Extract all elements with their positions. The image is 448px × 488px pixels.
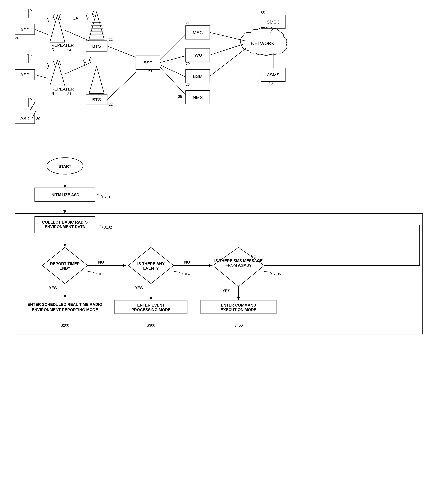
yes3-label: YES: [223, 289, 230, 293]
repeater1-ref: 24: [67, 48, 71, 52]
yes2-label: YES: [135, 286, 143, 290]
yes1-label: YES: [49, 286, 57, 290]
s300-label-1: ENTER EVENT: [137, 303, 165, 307]
bsc-ref: 23: [148, 69, 152, 73]
svg-line-39: [107, 72, 136, 100]
svg-line-1: [26, 9, 28, 11]
diagram-container: ASD 30 REPEATER R 24 ASD: [0, 0, 448, 488]
asd1-label: ASD: [20, 27, 30, 32]
svg-line-57: [26, 98, 28, 100]
s103-label-1: REPORT TIMER: [50, 261, 80, 266]
svg-line-31: [107, 46, 136, 57]
msc-label: MSC: [193, 30, 203, 35]
s102-ref: S102: [104, 225, 112, 229]
asd3-label: ASD: [20, 116, 30, 121]
svg-line-23: [65, 63, 89, 74]
svg-marker-17: [50, 60, 65, 86]
svg-marker-72: [64, 295, 66, 298]
repeater2-ref: 24: [67, 92, 71, 96]
svg-marker-81: [209, 264, 212, 267]
svg-line-4: [35, 29, 48, 35]
s300-ref: S300: [147, 323, 155, 327]
s105-label-1: IS THERE SMS MESSAGE: [214, 258, 263, 263]
s105-label-2: FROM ASMS?: [225, 263, 252, 268]
svg-line-51: [210, 48, 246, 76]
svg-marker-69: [64, 244, 66, 247]
svg-marker-75: [123, 264, 126, 267]
asd1-ref: 30: [15, 36, 19, 40]
svg-line-13: [26, 54, 28, 56]
svg-line-53: [270, 29, 273, 32]
svg-line-41: [160, 35, 186, 60]
s400-label-1: ENTER COMMAND: [221, 303, 256, 307]
svg-line-44: [160, 67, 186, 95]
no2-label: NO: [184, 260, 190, 264]
s200-label-1: ENTER SCHEDULED REAL TIME RADIO: [28, 302, 102, 307]
bsc-label: BSC: [143, 60, 152, 65]
repeater1-label2: R: [51, 47, 54, 52]
no1-label: NO: [98, 260, 104, 264]
svg-line-16: [35, 75, 48, 79]
smsc-ref: 60: [261, 10, 265, 14]
svg-marker-5: [50, 15, 65, 42]
network-label: NETWORK: [251, 41, 274, 46]
cai-label: CAI: [72, 16, 80, 21]
bts1-ref: 22: [109, 37, 113, 41]
s101-ref: S101: [104, 195, 112, 199]
bts2-ref: 22: [109, 102, 113, 106]
svg-line-58: [29, 98, 32, 100]
bts2-label: BTS: [92, 97, 101, 102]
start-label: START: [59, 164, 72, 169]
nms-label: NMS: [193, 95, 203, 100]
no3-label: NO: [251, 254, 256, 258]
bsm-label: BSM: [193, 74, 203, 79]
svg-line-42: [160, 56, 186, 63]
svg-marker-62: [64, 185, 66, 188]
bts1-label: BTS: [92, 44, 101, 48]
s102-label-1: COLLECT BASIC RADIO: [42, 220, 88, 224]
nms-ref: 25: [178, 94, 182, 99]
svg-marker-84: [237, 297, 240, 300]
s102-label-2: ENVIRONMENT DATA: [45, 224, 85, 229]
asms-ref: 40: [269, 81, 273, 85]
asms-label: ASMS: [267, 72, 280, 77]
asd2-label: ASD: [20, 72, 30, 77]
s101-label: INITIALIZE ASD: [50, 192, 80, 197]
bsm-ref: 26: [186, 82, 190, 87]
svg-line-43: [160, 65, 186, 77]
repeater2-label2: R: [51, 91, 54, 96]
iwu-label: IWU: [193, 53, 202, 58]
s105-ref: S105: [272, 272, 281, 276]
msc-ref: 21: [186, 21, 190, 25]
svg-marker-65: [64, 210, 66, 213]
smsc-label: SMSC: [267, 19, 280, 24]
svg-line-14: [29, 54, 32, 56]
s400-label-2: EXECUTION MODE: [221, 307, 256, 312]
s400-ref: S400: [234, 323, 243, 327]
s200-label-2: ENVIRONMENT REPORTING MODE: [32, 307, 98, 312]
svg-marker-78: [149, 297, 152, 300]
asd3-ref: 30: [36, 117, 40, 121]
svg-rect-66: [15, 213, 423, 334]
repeater1-label: REPEATER: [51, 43, 74, 48]
iwu-ref: 70: [186, 62, 190, 66]
svg-line-2: [29, 9, 32, 11]
s103-ref: S103: [96, 272, 104, 276]
s104-label-1: IS THERE ANY: [137, 261, 165, 266]
repeater2-label: REPEATER: [51, 87, 74, 91]
s103-label-2: END?: [60, 266, 70, 270]
svg-line-49: [210, 32, 245, 41]
s104-label-2: EVENT?: [143, 266, 159, 270]
s300-label-2: PROCESSING MODE: [131, 307, 171, 312]
s104-ref: S104: [182, 272, 190, 276]
svg-line-11: [65, 30, 89, 41]
